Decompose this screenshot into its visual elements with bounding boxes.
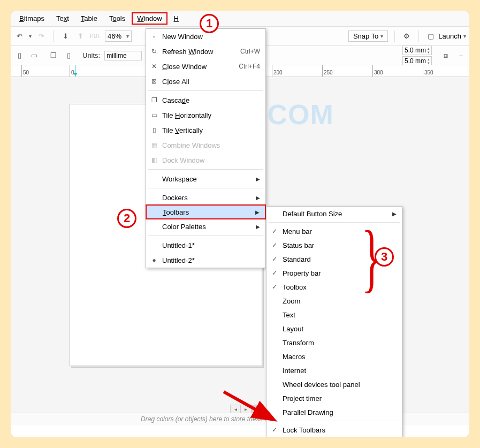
submenu-arrow-icon: ▶ xyxy=(255,209,260,215)
menu-table[interactable]: Table xyxy=(75,12,103,25)
ruler-tick: 350 xyxy=(424,70,433,75)
submenu-arrow-icon: ▶ xyxy=(256,195,260,201)
menu-tools[interactable]: Tools xyxy=(104,12,131,25)
check-icon: ✓ xyxy=(270,282,279,292)
toolbars-submenu: Default Button Size▶ ✓Menu bar ✓Status b… xyxy=(266,206,402,437)
menu-bitmaps[interactable]: BBitmapsitmaps xyxy=(14,12,50,25)
menu-close-all[interactable]: ⊠Close All xyxy=(146,74,265,89)
menu-doc-untitled2[interactable]: ●Untitled-2* xyxy=(146,253,265,268)
check-icon: ✓ xyxy=(270,240,279,250)
annotation-arrow xyxy=(221,389,280,427)
launch-window-icon: ▢ xyxy=(425,31,436,42)
menu-dock-window: ◧Dock Window xyxy=(146,153,265,168)
menu-help[interactable]: H xyxy=(169,12,184,25)
check-icon: ✓ xyxy=(270,226,279,236)
check-icon: ✓ xyxy=(270,254,279,264)
menu-tile-horizontal[interactable]: ▭Tile Horizontally xyxy=(146,108,265,123)
ruler-marker xyxy=(75,65,75,77)
menu-toolbar-layout[interactable]: Layout xyxy=(266,322,402,336)
pdf-icon[interactable]: PDF xyxy=(90,31,101,42)
ruler-tick: 250 xyxy=(324,70,333,75)
submenu-arrow-icon: ▶ xyxy=(256,176,260,182)
units-select[interactable]: millime xyxy=(104,51,142,60)
tile-h-icon: ▭ xyxy=(149,110,159,120)
snap-to-button[interactable]: Snap To▾ xyxy=(348,31,388,42)
menubar: BBitmapsitmaps Text Table Tools Window H xyxy=(11,11,469,27)
undo-icon[interactable]: ↶ xyxy=(14,31,25,42)
tile-v-icon: ▯ xyxy=(149,125,159,135)
menu-doc-untitled1[interactable]: Untitled-1* xyxy=(146,238,265,253)
export-icon[interactable]: ⬆ xyxy=(75,31,86,42)
menu-toolbar-text[interactable]: Text xyxy=(266,308,402,322)
cascade-icon: ❐ xyxy=(149,95,159,105)
menu-toolbar-zoom[interactable]: Zoom xyxy=(266,294,402,308)
menu-toolbar-parallel-drawing[interactable]: Parallel Drawing xyxy=(266,405,402,419)
all-pages-icon[interactable]: ❐ xyxy=(48,50,59,61)
menu-toolbar-wheel-devices[interactable]: Wheel devices tool panel xyxy=(266,377,402,391)
window-menu: ▫New Window ↻Refresh WindowCtrl+W ✕Close… xyxy=(146,28,266,268)
menu-cascade[interactable]: ❐Cascade xyxy=(146,93,265,108)
menu-toolbar-internet[interactable]: Internet xyxy=(266,363,402,377)
ruler-tick: 300 xyxy=(374,70,383,75)
page-landscape-icon[interactable]: ▭ xyxy=(29,50,40,61)
nudge-x-input[interactable]: 5.0 mm▴▾ xyxy=(402,45,432,55)
submenu-arrow-icon: ▶ xyxy=(392,211,397,217)
menu-text[interactable]: Text xyxy=(51,12,74,25)
page-portrait-icon[interactable]: ▯ xyxy=(14,50,25,61)
annotation-1: 1 xyxy=(200,14,219,33)
menu-lock-toolbars[interactable]: ✓Lock Toolbars xyxy=(266,423,402,437)
redo-icon[interactable]: ↷ xyxy=(36,31,47,42)
new-window-icon: ▫ xyxy=(149,32,159,41)
undo-caret[interactable]: ▾ xyxy=(29,33,32,39)
launch-button[interactable]: ▢Launch▾ xyxy=(425,31,466,42)
ruler-tick: 50 xyxy=(23,70,29,75)
check-icon: ✓ xyxy=(270,268,279,278)
annotation-3: 3 xyxy=(375,247,394,267)
active-doc-dot-icon: ● xyxy=(149,255,159,265)
menu-toolbar-project-timer[interactable]: Project timer xyxy=(266,391,402,405)
import-icon[interactable]: ⬇ xyxy=(60,31,71,42)
annotation-2: 2 xyxy=(117,209,136,228)
dock-icon: ◧ xyxy=(149,155,159,165)
current-page-icon[interactable]: ▯ xyxy=(63,50,74,61)
menu-toolbar-macros[interactable]: Macros xyxy=(266,350,402,363)
crop-frame-icon[interactable]: ⧈ xyxy=(440,50,451,61)
close-icon: ✕ xyxy=(149,62,159,71)
menu-dockers[interactable]: Dockers▶ xyxy=(146,190,265,205)
menu-toolbar-transform[interactable]: Transform xyxy=(266,336,402,350)
svg-line-1 xyxy=(224,392,272,419)
options-gear-icon[interactable]: ⚙ xyxy=(401,31,412,42)
nudge-y-input[interactable]: 5.0 mm▴▾ xyxy=(402,56,432,66)
menu-toolbar-menubar[interactable]: ✓Menu bar xyxy=(266,224,402,238)
menu-combine-windows: ▦Combine Windows xyxy=(146,138,265,153)
app-frame: BBitmapsitmaps Text Table Tools Window H… xyxy=(10,10,470,438)
ruler-tick: 0 xyxy=(71,70,74,75)
menu-toolbar-propertybar[interactable]: ✓Property bar xyxy=(266,266,402,280)
menu-refresh-window[interactable]: ↻Refresh WindowCtrl+W xyxy=(146,44,265,59)
zoom-input[interactable]: 46%▾ xyxy=(105,31,132,42)
menu-toolbars[interactable]: Toolbars▶ xyxy=(146,204,266,219)
menu-window[interactable]: Window xyxy=(132,12,167,25)
units-label: Units: xyxy=(82,51,100,59)
ruler-tick: 200 xyxy=(273,70,283,75)
submenu-arrow-icon: ▶ xyxy=(256,224,260,230)
combine-icon: ▦ xyxy=(149,140,159,150)
menu-color-palettes[interactable]: Color Palettes▶ xyxy=(146,219,265,234)
menu-close-window[interactable]: ✕Close WindowCtrl+F4 xyxy=(146,59,265,74)
menu-tile-vertical[interactable]: ▯Tile Vertically xyxy=(146,123,265,138)
menu-toolbar-toolbox[interactable]: ✓Toolbox xyxy=(266,280,402,294)
menu-workspace[interactable]: Workspace▶ xyxy=(146,171,265,186)
refresh-icon: ↻ xyxy=(149,47,159,56)
add-icon[interactable]: ＋ xyxy=(455,50,466,61)
menu-default-button-size[interactable]: Default Button Size▶ xyxy=(266,207,402,221)
close-all-icon: ⊠ xyxy=(149,77,159,86)
